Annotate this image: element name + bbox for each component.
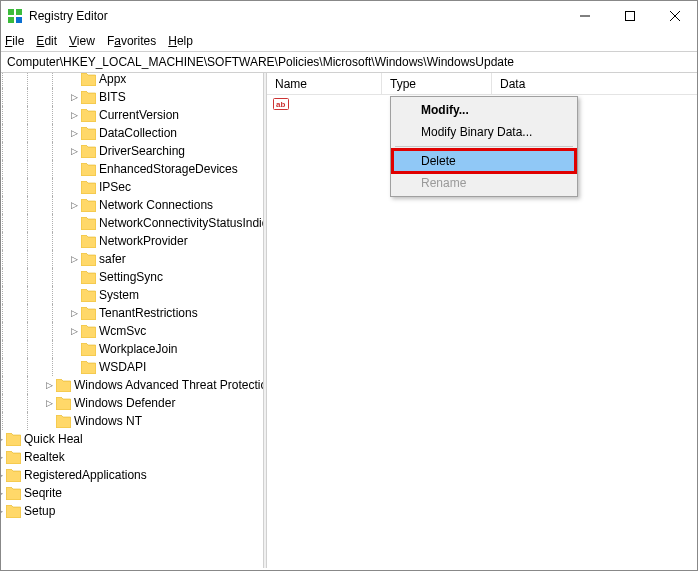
tree-item[interactable]: ▷Windows Advanced Threat Protection [1, 376, 263, 394]
menu-help[interactable]: Help [168, 34, 193, 48]
tree-label: CurrentVersion [99, 106, 179, 124]
folder-icon [6, 487, 21, 500]
tree-item[interactable]: ▷WcmSvc [1, 322, 263, 340]
tree-item[interactable]: WSDAPI [1, 358, 263, 376]
folder-icon [81, 163, 96, 176]
expand-icon[interactable]: ▷ [69, 322, 79, 340]
folder-icon [81, 343, 96, 356]
folder-icon [81, 253, 96, 266]
tree-label: Windows Advanced Threat Protection [74, 376, 263, 394]
folder-icon [81, 181, 96, 194]
tree-item[interactable]: ▷safer [1, 250, 263, 268]
ctx-delete[interactable]: Delete [393, 150, 575, 172]
tree-item[interactable]: ▷TenantRestrictions [1, 304, 263, 322]
close-button[interactable] [652, 2, 697, 30]
folder-icon [81, 199, 96, 212]
address-bar[interactable]: Computer\HKEY_LOCAL_MACHINE\SOFTWARE\Pol… [1, 51, 697, 73]
tree-item[interactable]: System [1, 286, 263, 304]
menu-file[interactable]: File [5, 34, 24, 48]
tree-item[interactable]: Appx [1, 73, 263, 88]
tree-label: Network Connections [99, 196, 213, 214]
tree-label: NetworkProvider [99, 232, 188, 250]
menu-favorites[interactable]: Favorites [107, 34, 156, 48]
tree-item[interactable]: ▷Network Connections [1, 196, 263, 214]
tree-label: Windows Defender [74, 394, 175, 412]
tree-item[interactable]: ▷Realtek [1, 448, 263, 466]
folder-icon [81, 127, 96, 140]
expand-icon[interactable]: ▷ [69, 142, 79, 160]
expand-icon[interactable]: ▷ [69, 250, 79, 268]
folder-icon [6, 451, 21, 464]
minimize-button[interactable] [562, 2, 607, 30]
expand-icon[interactable]: ▷ [1, 484, 4, 502]
tree-label: Appx [99, 73, 126, 88]
tree-label: Quick Heal [24, 430, 83, 448]
tree-item[interactable]: ▷Seqrite [1, 484, 263, 502]
tree-label: DataCollection [99, 124, 177, 142]
tree-item[interactable]: ▷CurrentVersion [1, 106, 263, 124]
tree-item[interactable]: ▷Quick Heal [1, 430, 263, 448]
expand-icon[interactable]: ▷ [1, 502, 4, 520]
values-pane[interactable]: Name Type Data ab (value not set) Modify… [267, 73, 697, 568]
app-icon [7, 8, 23, 24]
column-headers[interactable]: Name Type Data [267, 73, 697, 95]
folder-icon [81, 361, 96, 374]
expand-icon[interactable]: ▷ [69, 196, 79, 214]
maximize-button[interactable] [607, 2, 652, 30]
folder-icon [81, 235, 96, 248]
tree-item[interactable]: WorkplaceJoin [1, 340, 263, 358]
expand-icon[interactable]: ▷ [1, 448, 4, 466]
col-data[interactable]: Data [492, 73, 697, 94]
tree-pane[interactable]: Appx▷BITS▷CurrentVersion▷DataCollection▷… [1, 73, 263, 568]
tree-label: BITS [99, 88, 126, 106]
svg-rect-1 [16, 9, 22, 15]
folder-icon [56, 397, 71, 410]
tree-item[interactable]: ▷DataCollection [1, 124, 263, 142]
folder-icon [81, 73, 96, 86]
expand-icon[interactable]: ▷ [44, 376, 54, 394]
tree-item[interactable]: SettingSync [1, 268, 263, 286]
tree-item[interactable]: NetworkProvider [1, 232, 263, 250]
svg-rect-5 [625, 12, 634, 21]
col-name[interactable]: Name [267, 73, 382, 94]
svg-rect-0 [8, 9, 14, 15]
tree-item[interactable]: ▷RegisteredApplications [1, 466, 263, 484]
expand-icon[interactable]: ▷ [69, 304, 79, 322]
tree-item[interactable]: NetworkConnectivityStatusIndicator [1, 214, 263, 232]
expand-icon[interactable]: ▷ [69, 124, 79, 142]
menu-edit[interactable]: Edit [36, 34, 57, 48]
ctx-modify[interactable]: Modify... [393, 99, 575, 121]
string-value-icon: ab [273, 96, 289, 112]
tree-label: System [99, 286, 139, 304]
tree-label: WSDAPI [99, 358, 146, 376]
tree-label: WcmSvc [99, 322, 146, 340]
tree-label: Setup [24, 502, 55, 520]
tree-label: DriverSearching [99, 142, 185, 160]
folder-icon [6, 469, 21, 482]
folder-icon [56, 415, 71, 428]
tree-item[interactable]: ▷BITS [1, 88, 263, 106]
folder-icon [6, 505, 21, 518]
ctx-modify-binary[interactable]: Modify Binary Data... [393, 121, 575, 143]
tree-item[interactable]: IPSec [1, 178, 263, 196]
menu-view[interactable]: View [69, 34, 95, 48]
expand-icon[interactable]: ▷ [1, 430, 4, 448]
tree-label: Realtek [24, 448, 65, 466]
tree-label: Seqrite [24, 484, 62, 502]
folder-icon [81, 109, 96, 122]
expand-icon[interactable]: ▷ [44, 394, 54, 412]
tree-item[interactable]: ▷DriverSearching [1, 142, 263, 160]
expand-icon[interactable]: ▷ [1, 466, 4, 484]
expand-icon[interactable]: ▷ [69, 106, 79, 124]
tree-item[interactable]: EnhancedStorageDevices [1, 160, 263, 178]
tree-item[interactable]: ▷Windows Defender [1, 394, 263, 412]
col-type[interactable]: Type [382, 73, 492, 94]
svg-text:ab: ab [276, 100, 285, 109]
window-title: Registry Editor [29, 9, 562, 23]
tree-label: IPSec [99, 178, 131, 196]
tree-label: Windows NT [74, 412, 142, 430]
tree-item[interactable]: ▷Setup [1, 502, 263, 520]
expand-icon[interactable]: ▷ [69, 88, 79, 106]
tree-item[interactable]: Windows NT [1, 412, 263, 430]
tree-label: RegisteredApplications [24, 466, 147, 484]
